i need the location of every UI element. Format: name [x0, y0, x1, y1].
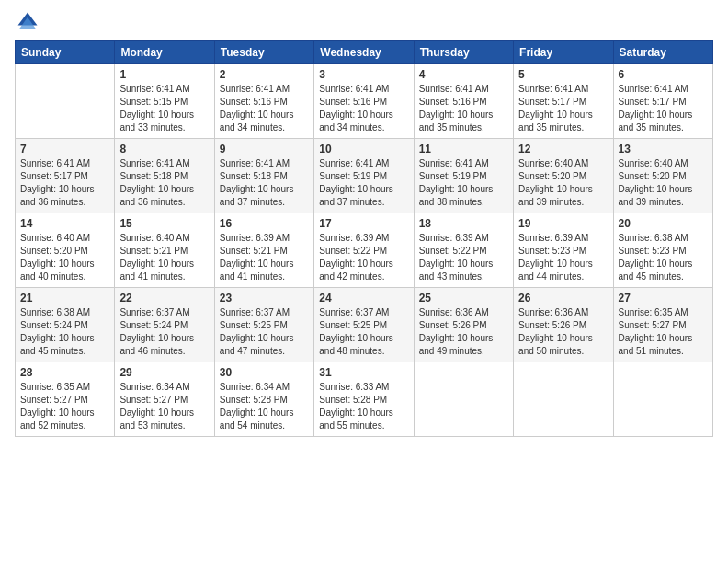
day-number: 29	[119, 366, 209, 379]
calendar-cell: 17Sunrise: 6:39 AM Sunset: 5:22 PM Dayli…	[314, 213, 414, 288]
calendar-cell: 31Sunrise: 6:33 AM Sunset: 5:28 PM Dayli…	[314, 362, 414, 437]
calendar-cell	[613, 362, 712, 437]
day-info: Sunrise: 6:37 AM Sunset: 5:25 PM Dayligh…	[319, 306, 408, 358]
day-info: Sunrise: 6:37 AM Sunset: 5:25 PM Dayligh…	[220, 306, 309, 358]
day-number: 17	[319, 217, 408, 230]
day-info: Sunrise: 6:41 AM Sunset: 5:19 PM Dayligh…	[419, 157, 508, 209]
calendar-week-row: 28Sunrise: 6:35 AM Sunset: 5:27 PM Dayli…	[16, 362, 713, 437]
calendar-cell: 26Sunrise: 6:36 AM Sunset: 5:26 PM Dayli…	[514, 288, 613, 362]
calendar-week-row: 14Sunrise: 6:40 AM Sunset: 5:20 PM Dayli…	[16, 213, 713, 288]
day-info: Sunrise: 6:41 AM Sunset: 5:17 PM Dayligh…	[619, 83, 708, 134]
day-info: Sunrise: 6:41 AM Sunset: 5:18 PM Dayligh…	[220, 157, 309, 209]
calendar-cell: 22Sunrise: 6:37 AM Sunset: 5:24 PM Dayli…	[115, 288, 214, 362]
day-number: 20	[619, 217, 708, 230]
day-number: 16	[220, 217, 309, 230]
calendar-cell: 8Sunrise: 6:41 AM Sunset: 5:18 PM Daylig…	[115, 139, 214, 213]
day-number: 12	[518, 143, 608, 155]
calendar-cell: 18Sunrise: 6:39 AM Sunset: 5:22 PM Dayli…	[414, 213, 513, 288]
calendar-cell: 16Sunrise: 6:39 AM Sunset: 5:21 PM Dayli…	[214, 213, 313, 288]
calendar-cell: 6Sunrise: 6:41 AM Sunset: 5:17 PM Daylig…	[613, 64, 712, 139]
calendar-cell: 1Sunrise: 6:41 AM Sunset: 5:15 PM Daylig…	[115, 64, 214, 139]
day-number: 5	[518, 68, 608, 81]
calendar-cell: 24Sunrise: 6:37 AM Sunset: 5:25 PM Dayli…	[314, 288, 414, 362]
day-number: 26	[518, 292, 608, 304]
day-number: 10	[319, 143, 408, 155]
day-number: 24	[319, 292, 408, 304]
calendar-cell: 27Sunrise: 6:35 AM Sunset: 5:27 PM Dayli…	[613, 288, 712, 362]
day-info: Sunrise: 6:41 AM Sunset: 5:15 PM Dayligh…	[119, 83, 209, 134]
day-info: Sunrise: 6:38 AM Sunset: 5:24 PM Dayligh…	[20, 306, 109, 358]
day-info: Sunrise: 6:41 AM Sunset: 5:17 PM Dayligh…	[20, 157, 109, 209]
day-info: Sunrise: 6:40 AM Sunset: 5:20 PM Dayligh…	[619, 157, 708, 209]
day-number: 2	[220, 68, 309, 81]
calendar-header-row: SundayMondayTuesdayWednesdayThursdayFrid…	[16, 41, 713, 64]
day-info: Sunrise: 6:39 AM Sunset: 5:22 PM Dayligh…	[419, 232, 508, 283]
calendar-cell: 29Sunrise: 6:34 AM Sunset: 5:27 PM Dayli…	[115, 362, 214, 437]
calendar-cell: 2Sunrise: 6:41 AM Sunset: 5:16 PM Daylig…	[214, 64, 313, 139]
calendar-cell: 28Sunrise: 6:35 AM Sunset: 5:27 PM Dayli…	[16, 362, 115, 437]
calendar-day-header: Sunday	[16, 41, 115, 64]
day-info: Sunrise: 6:41 AM Sunset: 5:19 PM Dayligh…	[319, 157, 408, 209]
calendar-cell: 19Sunrise: 6:39 AM Sunset: 5:23 PM Dayli…	[514, 213, 613, 288]
day-info: Sunrise: 6:41 AM Sunset: 5:18 PM Dayligh…	[119, 157, 209, 209]
calendar-cell: 10Sunrise: 6:41 AM Sunset: 5:19 PM Dayli…	[314, 139, 414, 213]
calendar-cell	[16, 64, 115, 139]
day-number: 31	[319, 366, 408, 379]
day-info: Sunrise: 6:33 AM Sunset: 5:28 PM Dayligh…	[319, 381, 408, 432]
header	[15, 9, 713, 35]
day-info: Sunrise: 6:40 AM Sunset: 5:20 PM Dayligh…	[20, 232, 109, 283]
day-number: 13	[619, 143, 708, 155]
day-number: 25	[419, 292, 508, 304]
calendar-day-header: Thursday	[414, 41, 513, 64]
day-info: Sunrise: 6:34 AM Sunset: 5:28 PM Dayligh…	[220, 381, 309, 432]
day-info: Sunrise: 6:37 AM Sunset: 5:24 PM Dayligh…	[119, 306, 209, 358]
calendar-cell: 15Sunrise: 6:40 AM Sunset: 5:21 PM Dayli…	[115, 213, 214, 288]
day-number: 11	[419, 143, 508, 155]
day-info: Sunrise: 6:41 AM Sunset: 5:16 PM Dayligh…	[319, 83, 408, 134]
calendar-cell	[414, 362, 513, 437]
day-number: 21	[20, 292, 109, 304]
day-number: 18	[419, 217, 508, 230]
logo	[15, 9, 44, 35]
calendar-cell: 13Sunrise: 6:40 AM Sunset: 5:20 PM Dayli…	[613, 139, 712, 213]
day-number: 8	[119, 143, 209, 155]
day-number: 14	[20, 217, 109, 230]
day-info: Sunrise: 6:36 AM Sunset: 5:26 PM Dayligh…	[518, 306, 608, 358]
day-number: 6	[619, 68, 708, 81]
day-number: 1	[119, 68, 209, 81]
calendar-day-header: Saturday	[613, 41, 712, 64]
day-number: 15	[119, 217, 209, 230]
day-number: 23	[220, 292, 309, 304]
calendar-cell: 25Sunrise: 6:36 AM Sunset: 5:26 PM Dayli…	[414, 288, 513, 362]
calendar-cell: 21Sunrise: 6:38 AM Sunset: 5:24 PM Dayli…	[16, 288, 115, 362]
day-number: 9	[220, 143, 309, 155]
day-number: 27	[619, 292, 708, 304]
calendar-week-row: 21Sunrise: 6:38 AM Sunset: 5:24 PM Dayli…	[16, 288, 713, 362]
day-number: 7	[20, 143, 109, 155]
calendar-day-header: Monday	[115, 41, 214, 64]
logo-icon	[15, 9, 40, 35]
day-number: 3	[319, 68, 408, 81]
day-info: Sunrise: 6:39 AM Sunset: 5:21 PM Dayligh…	[220, 232, 309, 283]
day-number: 19	[518, 217, 608, 230]
day-info: Sunrise: 6:35 AM Sunset: 5:27 PM Dayligh…	[619, 306, 708, 358]
calendar-day-header: Tuesday	[214, 41, 313, 64]
calendar-cell: 3Sunrise: 6:41 AM Sunset: 5:16 PM Daylig…	[314, 64, 414, 139]
calendar-cell: 4Sunrise: 6:41 AM Sunset: 5:16 PM Daylig…	[414, 64, 513, 139]
day-number: 28	[20, 366, 109, 379]
day-info: Sunrise: 6:41 AM Sunset: 5:16 PM Dayligh…	[220, 83, 309, 134]
calendar-week-row: 7Sunrise: 6:41 AM Sunset: 5:17 PM Daylig…	[16, 139, 713, 213]
calendar-day-header: Wednesday	[314, 41, 414, 64]
day-info: Sunrise: 6:40 AM Sunset: 5:21 PM Dayligh…	[119, 232, 209, 283]
day-info: Sunrise: 6:41 AM Sunset: 5:17 PM Dayligh…	[518, 83, 608, 134]
calendar-cell: 5Sunrise: 6:41 AM Sunset: 5:17 PM Daylig…	[514, 64, 613, 139]
day-info: Sunrise: 6:34 AM Sunset: 5:27 PM Dayligh…	[119, 381, 209, 432]
calendar-cell: 30Sunrise: 6:34 AM Sunset: 5:28 PM Dayli…	[214, 362, 313, 437]
day-info: Sunrise: 6:36 AM Sunset: 5:26 PM Dayligh…	[419, 306, 508, 358]
day-info: Sunrise: 6:40 AM Sunset: 5:20 PM Dayligh…	[518, 157, 608, 209]
day-info: Sunrise: 6:39 AM Sunset: 5:22 PM Dayligh…	[319, 232, 408, 283]
calendar-cell: 23Sunrise: 6:37 AM Sunset: 5:25 PM Dayli…	[214, 288, 313, 362]
day-info: Sunrise: 6:38 AM Sunset: 5:23 PM Dayligh…	[619, 232, 708, 283]
calendar-cell: 12Sunrise: 6:40 AM Sunset: 5:20 PM Dayli…	[514, 139, 613, 213]
calendar-cell: 9Sunrise: 6:41 AM Sunset: 5:18 PM Daylig…	[214, 139, 313, 213]
